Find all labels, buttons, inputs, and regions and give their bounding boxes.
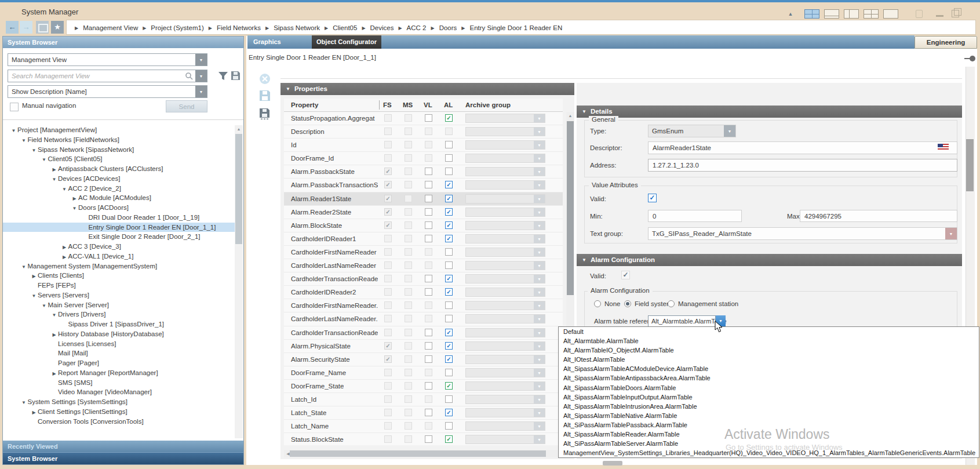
- table-row[interactable]: CardholderLastNameReader.▼: [284, 312, 563, 326]
- tree-item[interactable]: ▼Management System [ManagementSystem]: [3, 261, 235, 271]
- table-row[interactable]: DoorFrame_State✓▼: [284, 380, 563, 393]
- section-collapse-icon[interactable]: ▼: [582, 106, 586, 118]
- minimize-icon[interactable]: [936, 15, 943, 17]
- tree-item[interactable]: Licenses [Licenses]: [3, 339, 235, 349]
- archive-group-dropdown[interactable]: ▼: [465, 208, 545, 217]
- tree-item[interactable]: ▼Devices [ACDevices]: [3, 174, 235, 184]
- max-field[interactable]: 4294967295: [800, 210, 957, 222]
- chevron-down-icon[interactable]: ▼: [534, 369, 545, 377]
- table-row[interactable]: Status.BlockState✓▼: [284, 433, 563, 445]
- table-row[interactable]: StatusPropagation.Aggregat✓▼: [284, 112, 563, 125]
- chevron-down-icon[interactable]: [195, 70, 207, 82]
- collapse-panel-icon[interactable]: ▲: [786, 10, 795, 17]
- al-checkbox[interactable]: [445, 301, 453, 309]
- tree-expanded-icon[interactable]: ▼: [71, 204, 78, 214]
- fs-checkbox[interactable]: ✓: [384, 195, 392, 202]
- tree-item[interactable]: ▼Doors [ACDoors]: [3, 203, 235, 213]
- tree-expanded-icon[interactable]: ▼: [10, 126, 17, 136]
- tree-expanded-icon[interactable]: ▼: [50, 311, 58, 321]
- chevron-down-icon[interactable]: ▼: [534, 248, 545, 256]
- table-row[interactable]: CardholderIDReader1✓▼: [284, 232, 563, 246]
- col-vl[interactable]: VL: [424, 99, 432, 111]
- clear-icon[interactable]: [259, 73, 271, 85]
- tree-expanded-icon[interactable]: ▼: [61, 185, 68, 195]
- engineering-button[interactable]: Engineering: [915, 36, 977, 49]
- fs-checkbox[interactable]: ✓: [384, 208, 392, 216]
- vl-checkbox[interactable]: [425, 275, 432, 282]
- col-fs[interactable]: FS: [383, 99, 392, 111]
- archive-group-dropdown[interactable]: ▼: [465, 301, 545, 310]
- tree-collapsed-icon[interactable]: ▶: [50, 330, 58, 340]
- tree-item[interactable]: ▶ACC-VAL1 [Device_1]: [3, 252, 235, 261]
- tab-object-configurator[interactable]: Object Configurator: [312, 35, 381, 49]
- chevron-down-icon[interactable]: ▼: [534, 329, 545, 337]
- fs-checkbox[interactable]: ✓: [384, 342, 392, 350]
- tree-item[interactable]: Video Manager [VideoManager]: [3, 387, 235, 397]
- tree-expanded-icon[interactable]: ▼: [20, 263, 28, 272]
- archive-group-dropdown[interactable]: ▼: [465, 114, 545, 123]
- table-row[interactable]: DoorFrame_Id▼: [284, 152, 563, 165]
- archive-group-dropdown[interactable]: ▼: [465, 180, 545, 190]
- valid-checkbox[interactable]: ✓: [648, 194, 657, 202]
- tree-collapsed-icon[interactable]: ▶: [30, 408, 38, 418]
- table-row[interactable]: Latch_Name▼: [284, 420, 563, 433]
- properties-scrollbar-thumb[interactable]: [567, 121, 574, 295]
- fs-checkbox[interactable]: ✓: [384, 221, 392, 229]
- tree-item[interactable]: ▼Field Networks [FieldNetworks]: [3, 135, 235, 145]
- archive-group-dropdown[interactable]: ▼: [465, 140, 545, 150]
- save-search-icon[interactable]: [231, 71, 241, 81]
- bottom-hscrollbar-thumb[interactable]: [603, 461, 622, 466]
- al-checkbox[interactable]: [445, 369, 453, 376]
- chevron-down-icon[interactable]: ▼: [534, 395, 545, 403]
- fs-checkbox[interactable]: ✓: [384, 168, 392, 175]
- dropdown-list-item[interactable]: Alt_SipassAlarmTableIntrusionArea.AlarmT…: [559, 402, 979, 411]
- details-section-header[interactable]: ▼Details: [577, 106, 962, 118]
- chevron-down-icon[interactable]: ▼: [534, 342, 545, 350]
- dropdown-list-item[interactable]: Alt_SipassAlarmTableACModuleDevice.Alarm…: [559, 364, 979, 373]
- chevron-down-icon[interactable]: ▼: [534, 409, 545, 417]
- dropdown-list-item[interactable]: Alt_SipassAlarmTableNative.AlarmTable: [559, 411, 979, 420]
- archive-group-dropdown[interactable]: ▼: [465, 395, 545, 404]
- tree-collapsed-icon[interactable]: ▶: [50, 369, 58, 379]
- manual-navigation-checkbox[interactable]: [10, 103, 19, 111]
- chevron-down-icon[interactable]: [195, 86, 207, 97]
- breadcrumb-item[interactable]: Devices: [370, 21, 394, 35]
- tree-item[interactable]: ▶Antipassback Clusters [ACClusters]: [3, 164, 235, 174]
- archive-group-dropdown[interactable]: ▼: [465, 381, 545, 391]
- table-row[interactable]: Latch_State✓▼: [284, 406, 563, 420]
- description-selector-dropdown[interactable]: Show Description [Name]: [8, 85, 207, 98]
- layout-split-left-icon[interactable]: [844, 9, 859, 19]
- chevron-down-icon[interactable]: ▼: [534, 208, 545, 216]
- dropdown-list-item[interactable]: Alt_Alarmtable.AlarmTable: [559, 336, 979, 346]
- tree-item[interactable]: ▼Drivers [Drivers]: [3, 310, 235, 319]
- tree-item[interactable]: ▼Client05 [Client05]: [3, 154, 235, 164]
- dropdown-list-item[interactable]: Alt_IOtest.AlarmTable: [559, 355, 979, 364]
- tree-item[interactable]: ▼ACC 2 [Device_2]: [3, 184, 235, 194]
- table-row[interactable]: Alarm.PassbackTransactionSt✓✓▼: [284, 179, 563, 192]
- archive-group-dropdown[interactable]: ▼: [465, 421, 545, 431]
- archive-group-dropdown[interactable]: ▼: [465, 127, 545, 136]
- archive-group-dropdown[interactable]: ▼: [465, 341, 545, 351]
- table-row[interactable]: Alarm.BlockState✓✓▼: [284, 219, 563, 232]
- tree-item[interactable]: ▼Servers [Servers]: [3, 290, 235, 300]
- al-checkbox[interactable]: [445, 395, 453, 403]
- chevron-down-icon[interactable]: ▼: [534, 168, 545, 176]
- tab-graphics[interactable]: Graphics: [253, 35, 281, 49]
- tree-item[interactable]: ▶AC Module [ACModules]: [3, 193, 235, 203]
- tree-expanded-icon[interactable]: ▼: [50, 175, 58, 185]
- alarm-config-section-header[interactable]: ▼Alarm Configuration: [577, 254, 962, 266]
- chevron-down-icon[interactable]: [195, 54, 207, 66]
- al-checkbox[interactable]: [445, 315, 453, 322]
- radio-management-station[interactable]: [668, 300, 675, 307]
- chevron-down-icon[interactable]: ▼: [534, 195, 545, 203]
- vl-checkbox[interactable]: [425, 181, 432, 188]
- layout-single-pane-icon[interactable]: [883, 9, 898, 19]
- archive-group-dropdown[interactable]: ▼: [465, 154, 545, 163]
- al-checkbox[interactable]: [445, 141, 453, 148]
- table-row[interactable]: Description▼: [284, 125, 563, 139]
- al-checkbox[interactable]: ✓: [445, 208, 453, 216]
- chevron-down-icon[interactable]: ▼: [534, 154, 545, 162]
- table-row[interactable]: CardholderFirstNameReader▼: [284, 246, 563, 259]
- al-checkbox[interactable]: ✓: [445, 409, 453, 416]
- table-row[interactable]: Alarm.PhysicalState✓✓▼: [284, 340, 563, 353]
